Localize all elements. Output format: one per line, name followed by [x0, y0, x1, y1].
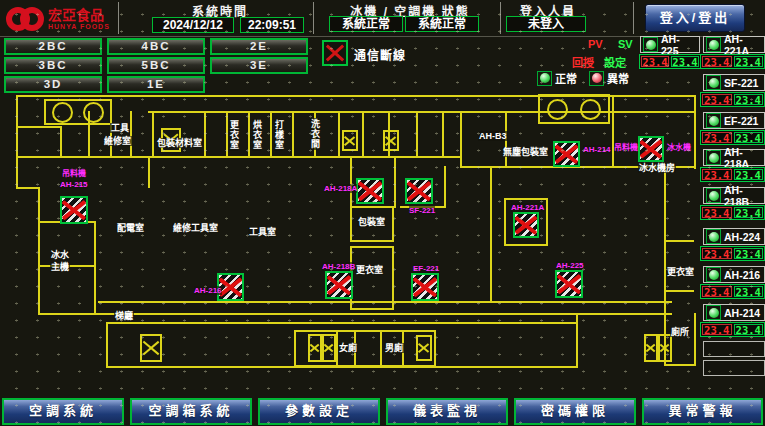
unit-row-ah-224[interactable]: AH-224	[703, 228, 765, 245]
pv-value: 23.4	[702, 248, 732, 259]
wall-segment	[16, 187, 40, 189]
map-label-ah-218b: AH-218B	[322, 262, 355, 271]
floor-button-3d[interactable]: 3D	[4, 76, 102, 93]
unit-values-ef-221: 23.4 23.4	[700, 130, 765, 145]
wall-segment	[444, 166, 446, 208]
ahu-offline-icon-ah-215[interactable]	[60, 196, 88, 224]
wall-segment	[694, 313, 696, 366]
room-label: 更衣室	[355, 265, 384, 275]
wall-segment	[416, 111, 418, 158]
unit-values-ah-218a: 23.4 23.4	[700, 167, 765, 182]
unit-row-ah-225[interactable]: AH-225	[640, 36, 700, 53]
wall-segment	[664, 364, 696, 366]
wall-segment	[460, 111, 462, 168]
nav-button-ac-system[interactable]: 空調系統	[2, 398, 124, 425]
unit-row-ah-216[interactable]: AH-216	[703, 266, 765, 283]
unit-row-ah-218a[interactable]: AH-218A	[703, 149, 765, 166]
sv-value: 23.4	[734, 94, 764, 105]
chiller-status: 系統正常	[329, 16, 403, 32]
system-time-value: 22:09:51	[240, 17, 304, 33]
map-label-hoist-2: 吊料機	[614, 143, 638, 152]
wall-segment	[490, 166, 492, 303]
abnormal-label: 異常	[607, 70, 629, 86]
wall-segment	[270, 111, 272, 158]
nav-button-alarm[interactable]: 異常警報	[642, 398, 763, 425]
map-label-hoist: 吊料機	[62, 169, 86, 178]
empty-unit-slot	[703, 360, 765, 376]
status-led-icon	[706, 75, 721, 90]
pv-value: 23.4	[702, 94, 732, 105]
unit-row-ah-221a[interactable]: AH-221A	[703, 36, 765, 53]
logo-subtitle: HUNYA FOODS	[48, 23, 110, 30]
ahu-offline-icon-ah-218b[interactable]	[325, 271, 353, 299]
ahu-offline-icon-ah-221a[interactable]	[513, 212, 539, 238]
ahu-offline-icon-ah-214[interactable]	[553, 141, 580, 167]
status-led-icon	[706, 188, 721, 203]
status-led-icon	[706, 37, 721, 52]
nav-button-password-access[interactable]: 密碼權限	[514, 398, 636, 425]
floor-button-3bc[interactable]: 3BC	[4, 57, 102, 74]
wall-segment	[306, 156, 462, 158]
unit-values-ah-225: 23.4 23.4	[639, 54, 701, 69]
status-led-icon	[643, 37, 658, 52]
room-label: AH-B3	[478, 131, 508, 141]
unit-name: AH-216	[724, 269, 760, 281]
wall-segment	[94, 221, 96, 315]
floor-button-3e[interactable]: 3E	[210, 57, 308, 74]
wall-segment	[612, 95, 614, 168]
unit-values-ah-214: 23.4 23.4	[700, 322, 765, 337]
room-label: 工具室	[248, 227, 277, 237]
map-label-chiller: 冰水機	[667, 143, 691, 152]
wall-segment	[664, 290, 694, 292]
nav-button-meter-monitor[interactable]: 儀表監視	[386, 398, 508, 425]
unit-row-ef-221[interactable]: EF-221	[703, 112, 765, 129]
unit-name: AH-214	[724, 307, 760, 319]
unit-values-ah-218b: 23.4 23.4	[700, 205, 765, 220]
wall-segment	[106, 322, 108, 368]
wall-segment	[60, 126, 62, 158]
wall-segment	[204, 111, 206, 158]
floor-button-5bc[interactable]: 5BC	[107, 57, 205, 74]
wall-segment	[362, 111, 364, 158]
ahu-offline-icon-chiller[interactable]	[638, 136, 664, 162]
setpoint-label: 設定	[604, 54, 626, 70]
room-label: 女廁	[338, 343, 358, 353]
map-label-ah-216: AH-216	[194, 286, 222, 295]
pv-value: 23.4	[702, 132, 732, 143]
room-label: 無塵包裝室	[502, 147, 549, 157]
pv-value: 23.4	[702, 169, 732, 180]
wall-segment	[16, 95, 18, 189]
floor-button-4bc[interactable]: 4BC	[107, 38, 205, 55]
ahu-offline-icon-sf-221[interactable]	[405, 178, 433, 204]
hmi-screen: 宏亞食品 HUNYA FOODS 系統時間 2024/12/12 22:09:5…	[0, 0, 765, 426]
unit-row-sf-221[interactable]: SF-221	[703, 74, 765, 91]
wall-segment	[664, 240, 694, 242]
floor-button-2bc[interactable]: 2BC	[4, 38, 102, 55]
ahu-offline-icon-ah-225[interactable]	[555, 270, 583, 298]
room-label: 冰水	[50, 250, 70, 260]
stair-x-icon	[322, 334, 336, 362]
elevator-icon	[140, 334, 162, 362]
wall-segment	[442, 111, 444, 158]
sv-value: 23.4	[671, 56, 699, 67]
wall-segment	[394, 156, 396, 208]
map-label-ah-221a: AH-221A	[511, 203, 544, 212]
unit-values-ah-216: 23.4 23.4	[700, 284, 765, 299]
wall-segment	[248, 111, 250, 158]
pv-value: 23.4	[641, 56, 669, 67]
unit-row-ah-214[interactable]: AH-214	[703, 304, 765, 321]
unit-row-ah-218b[interactable]: AH-218B	[703, 187, 765, 204]
elevator-icon	[383, 130, 399, 151]
floor-button-1e[interactable]: 1E	[107, 76, 205, 93]
map-label-ah-215: AH-215	[60, 180, 88, 189]
pv-value: 23.4	[702, 286, 732, 297]
floor-button-2e[interactable]: 2E	[210, 38, 308, 55]
wall-segment	[338, 111, 340, 158]
login-logout-button[interactable]: 登入/登出	[645, 4, 745, 32]
ahu-offline-icon-ah-218a[interactable]	[356, 178, 384, 204]
nav-button-parameter-settings[interactable]: 參數設定	[258, 398, 380, 425]
ahu-offline-icon-ef-221[interactable]	[411, 273, 439, 301]
nav-button-ahu-system[interactable]: 空調箱系統	[130, 398, 252, 425]
map-label-sf-221: SF-221	[409, 206, 435, 215]
wall-segment	[226, 111, 228, 158]
